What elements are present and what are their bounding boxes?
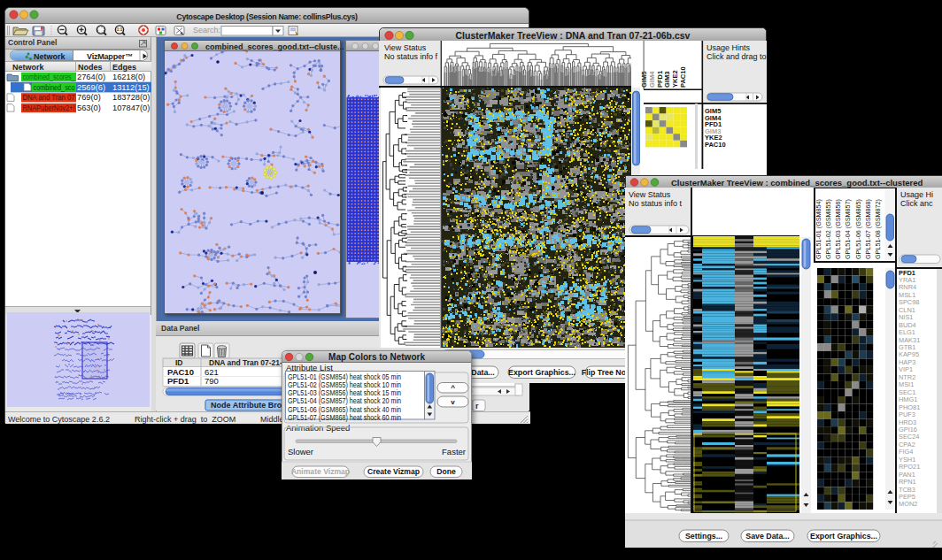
svg-text:769(0): 769(0)	[77, 93, 101, 102]
svg-text:16218(0): 16218(0)	[112, 73, 145, 81]
svg-text:Click anc: Click anc	[900, 199, 933, 208]
svg-text:PAC10: PAC10	[679, 66, 687, 88]
svg-text:Animate Vizmap: Animate Vizmap	[291, 467, 350, 476]
svg-text:No status info f: No status info f	[384, 52, 438, 61]
svg-text:Done: Done	[436, 467, 456, 476]
svg-text:GPL51-08 (GSM872): GPL51-08 (GSM872)	[874, 199, 882, 259]
svg-text:GPL51-06 (GSM865): GPL51-06 (GSM865)	[854, 199, 862, 259]
svg-text:2569(6): 2569(6)	[77, 83, 105, 92]
svg-text:combined_sco: combined_sco	[34, 83, 75, 92]
svg-text:View Status: View Status	[629, 190, 671, 199]
svg-text:Export Graphics...: Export Graphics...	[810, 532, 877, 541]
svg-text:Attribute List: Attribute List	[286, 363, 333, 372]
svg-text:GPL51-03 (GSM856): GPL51-03 (GSM856)	[834, 199, 842, 259]
svg-text:combined_scores_: combined_scores_	[23, 73, 76, 81]
svg-text:Export Graphics...: Export Graphics...	[508, 368, 575, 377]
svg-text:PFD1: PFD1	[167, 376, 189, 386]
svg-text:Search:: Search:	[193, 26, 220, 35]
svg-text:Create Vizmap: Create Vizmap	[367, 467, 420, 476]
svg-text:View Status: View Status	[384, 43, 427, 52]
svg-text:Settings...: Settings...	[685, 532, 722, 541]
svg-text:GPL51-04 (GSM857): GPL51-04 (GSM857)	[844, 199, 852, 259]
svg-text:^: ^	[451, 384, 455, 392]
svg-text:13112(15): 13112(15)	[112, 83, 150, 92]
svg-text:DNA and Tran 07: DNA and Tran 07	[23, 93, 75, 102]
svg-text:563(0): 563(0)	[77, 104, 101, 112]
svg-text:Click and drag to: Click and drag to	[706, 52, 767, 61]
svg-text:MON2: MON2	[899, 500, 917, 508]
svg-text:r: r	[475, 402, 479, 410]
svg-text:GIM4: GIM4	[648, 71, 656, 88]
svg-text:PAC10: PAC10	[705, 141, 726, 149]
svg-text:v: v	[451, 398, 455, 406]
svg-text:ID: ID	[175, 358, 183, 367]
svg-text:2764(0): 2764(0)	[77, 73, 105, 81]
svg-text:790: 790	[205, 376, 219, 386]
svg-text:GIM3: GIM3	[663, 72, 671, 88]
svg-text:Node Attribute Brows: Node Attribute Brows	[211, 401, 292, 410]
svg-text:GPL51-02 (GSM855): GPL51-02 (GSM855)	[824, 199, 832, 259]
svg-text:Usage Hi: Usage Hi	[900, 190, 933, 199]
svg-text:Usage Hints: Usage Hints	[706, 43, 751, 52]
svg-text:RNAPuberNov2+!: RNAPuberNov2+!	[23, 104, 75, 112]
svg-text:PFD1: PFD1	[656, 71, 664, 88]
svg-text:183728(0): 183728(0)	[112, 93, 150, 102]
svg-text:107847(0): 107847(0)	[112, 104, 150, 112]
svg-text:No status info t: No status info t	[629, 199, 683, 208]
svg-text:GPL51-07 (GSM868): GPL51-07 (GSM868)	[864, 199, 872, 259]
svg-text:GPL51-07 (GSM868) heat shock 6: GPL51-07 (GSM868) heat shock 60 min	[288, 413, 401, 422]
svg-text:1:1: 1:1	[117, 27, 123, 32]
svg-text:Save Data...: Save Data...	[745, 532, 789, 541]
svg-text:Slower: Slower	[288, 447, 313, 456]
svg-text:Faster: Faster	[442, 447, 466, 456]
svg-text:GPL51-01 (GSM854): GPL51-01 (GSM854)	[815, 199, 822, 259]
svg-text:YKE2: YKE2	[671, 70, 679, 88]
